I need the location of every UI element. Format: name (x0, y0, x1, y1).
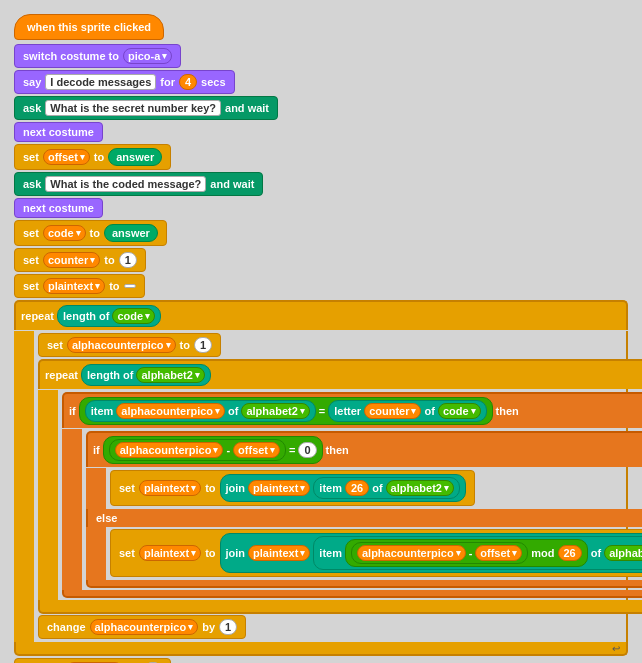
set-counter-block[interactable]: set counter to 1 (14, 248, 146, 272)
set-counter-row: set counter to 1 (14, 248, 628, 272)
counter-dd[interactable]: counter (364, 403, 421, 419)
mod26-val[interactable]: 26 (558, 545, 582, 561)
length-of-code-oval: length of code (57, 305, 161, 327)
minus2-oval: alphacounterpico - offset (351, 542, 528, 564)
offset-dropdown[interactable]: offset (43, 149, 90, 165)
counter-dropdown[interactable]: counter (43, 252, 100, 268)
offset-dd3[interactable]: offset (475, 545, 522, 561)
alphabet2-dropdown[interactable]: alphabet2 (136, 367, 204, 383)
next-costume-block2[interactable]: next costume (14, 198, 103, 218)
plaintext-dd4[interactable]: plaintext (139, 545, 201, 561)
alphabet2-dd2[interactable]: alphabet2 (241, 403, 309, 419)
plaintext-dropdown[interactable]: plaintext (43, 278, 105, 294)
set-plaintext-join2-row: set plaintext to join plaintext (110, 529, 642, 577)
repeat-inner: set alphacounterpico to 1 repeat length … (34, 331, 642, 642)
item-mod-oval: item alphacounterpico - (313, 536, 642, 570)
set-plaintext-join2[interactable]: set plaintext to join plaintext (110, 529, 642, 577)
alpha-by-val[interactable]: 1 (219, 619, 237, 635)
say-row: say I decode messages for 4 secs (14, 70, 628, 94)
set-plaintext-row: set plaintext to (14, 274, 628, 298)
set-code-block[interactable]: set code to answer (14, 220, 167, 246)
say-value[interactable]: I decode messages (45, 74, 156, 90)
plaintext-dd3[interactable]: plaintext (248, 480, 310, 496)
outer-repeat-block: repeat length of code set alphacounterpi… (14, 300, 628, 656)
plaintext-dd2[interactable]: plaintext (139, 480, 201, 496)
set-alpha-block[interactable]: set alphacounterpico to 1 (38, 333, 221, 357)
say-block[interactable]: say I decode messages for 4 secs (14, 70, 235, 94)
if2-inner: set plaintext to join plaintext (106, 468, 479, 509)
switch-costume-block[interactable]: switch costume to pico-a (14, 44, 181, 68)
if1-body: if alphacounterpico - offset (62, 429, 642, 590)
alpha2-dd4[interactable]: alphabet2 (604, 545, 642, 561)
next-costume-row2: next costume (14, 198, 628, 218)
set-offset-block[interactable]: set offset to answer (14, 144, 171, 170)
else-inner: set plaintext to join plaintext (106, 527, 642, 580)
ask1-value[interactable]: What is the secret number key? (45, 100, 221, 116)
set-code-row: set code to answer (14, 220, 628, 246)
counter-val[interactable]: 1 (119, 252, 137, 268)
zero-val[interactable]: 0 (298, 442, 316, 458)
alpha-dd3[interactable]: alphacounterpico (357, 545, 466, 561)
if1-inner: if alphacounterpico - offset (82, 429, 642, 590)
join2-oval: join plaintext item (220, 533, 642, 573)
ask1-block[interactable]: ask What is the secret number key? and w… (14, 96, 278, 120)
change-alpha-block[interactable]: change alphacounterpico by 1 (38, 615, 246, 639)
hat-block-row: when this sprite clicked (14, 14, 628, 42)
next-costume-block[interactable]: next costume (14, 122, 103, 142)
inner-repeat-header[interactable]: repeat length of alphabet2 (38, 359, 642, 389)
join1-oval: join plaintext item 26 (220, 474, 466, 502)
alpha-change-dd[interactable]: alphacounterpico (90, 619, 199, 635)
code-ref-dropdown[interactable]: code (112, 308, 155, 324)
eq2-oval: alphacounterpico - offset = 0 (103, 436, 323, 464)
change-counter-block[interactable]: change counter by 1 (14, 658, 171, 663)
set-alpha-row: set alphacounterpico to 1 (38, 333, 642, 357)
alpha-dropdown[interactable]: alphacounterpico (67, 337, 176, 353)
set-plaintext-block[interactable]: set plaintext to (14, 274, 145, 298)
eq-condition-oval: item alphacounterpico of alphabet2 = (79, 397, 493, 425)
ask2-block[interactable]: ask What is the coded message? and wait (14, 172, 263, 196)
alpha-val[interactable]: 1 (194, 337, 212, 353)
letter-counter-oval: letter counter of code (328, 400, 486, 422)
else-body: set plaintext to join plaintext (86, 527, 642, 580)
mod-oval: alphacounterpico - offset mod (345, 539, 588, 567)
hat-block[interactable]: when this sprite clicked (14, 14, 164, 40)
alpha-dd2[interactable]: alphacounterpico (115, 442, 224, 458)
ask2-value[interactable]: What is the coded message? (45, 176, 206, 192)
set-offset-row: set offset to answer (14, 144, 628, 170)
inner-repeat-block: repeat length of alphabet2 (38, 359, 642, 614)
minus-oval: alphacounterpico - offset (109, 439, 286, 461)
say-secs-value[interactable]: 4 (179, 74, 197, 90)
else-row: else (86, 509, 642, 527)
repeat-header[interactable]: repeat length of code (14, 300, 628, 330)
set-plaintext-join1[interactable]: set plaintext to join plaintext (110, 470, 475, 506)
inner-repeat-body: if item alphacounterpico of alphabet2 (38, 390, 642, 600)
ask1-row: ask What is the secret number key? and w… (14, 96, 628, 120)
if2-block: if alphacounterpico - offset (86, 431, 642, 588)
if1-header[interactable]: if item alphacounterpico of alphabet2 (62, 392, 642, 428)
code-dd2[interactable]: code (438, 403, 481, 419)
alpha2-dd3[interactable]: alphabet2 (386, 480, 454, 496)
item26-oval: item 26 of alphabet2 (313, 477, 460, 499)
item-alpha-oval: item alphacounterpico of alphabet2 (85, 400, 316, 422)
plaintext-dd5[interactable]: plaintext (248, 545, 310, 561)
length-of-alpha-oval: length of alphabet2 (81, 364, 211, 386)
costume-dropdown[interactable]: pico-a (123, 48, 172, 64)
offset-dd2[interactable]: offset (233, 442, 280, 458)
alphacounterpico-dd1[interactable]: alphacounterpico (116, 403, 225, 419)
code-dropdown[interactable]: code (43, 225, 86, 241)
if2-body: set plaintext to join plaintext (86, 468, 642, 509)
inner-repeat-inner: if item alphacounterpico of alphabet2 (58, 390, 642, 600)
num26-val[interactable]: 26 (345, 480, 369, 496)
plaintext-empty-val (124, 284, 136, 288)
inner-repeat-footer: ↩ (38, 600, 642, 614)
change-alpha-row: change alphacounterpico by 1 (38, 615, 642, 639)
repeat-body: set alphacounterpico to 1 repeat length … (14, 331, 628, 642)
ask2-row: ask What is the coded message? and wait (14, 172, 628, 196)
if1-block: if item alphacounterpico of alphabet2 (62, 392, 642, 598)
if1-footer (62, 590, 642, 598)
outer-repeat-footer: ↩ (14, 642, 628, 656)
if2-header[interactable]: if alphacounterpico - offset (86, 431, 642, 467)
change-counter-row: change counter by 1 (14, 658, 628, 663)
answer-oval: answer (108, 148, 162, 166)
set-plaintext-join1-row: set plaintext to join plaintext (110, 470, 475, 506)
